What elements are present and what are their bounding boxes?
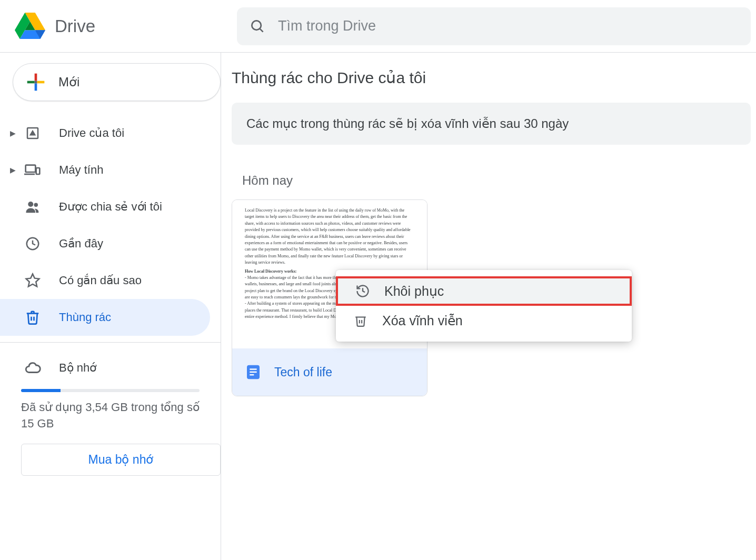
sidebar: Mới ▶ Drive của tôi ▶ Máy tính: [0, 53, 221, 560]
trash-info-banner: Các mục trong thùng rác sẽ bị xóa vĩnh v…: [232, 103, 751, 145]
menu-delete-forever[interactable]: Xóa vĩnh viễn: [336, 306, 632, 335]
section-header: Hôm nay: [242, 173, 756, 188]
new-button-label: Mới: [58, 75, 79, 89]
new-button[interactable]: Mới: [13, 63, 221, 101]
devices-icon: [21, 162, 44, 178]
svg-point-10: [28, 202, 33, 207]
svg-rect-2: [35, 74, 37, 81]
svg-rect-4: [35, 83, 37, 91]
page-title: Thùng rác cho Drive của tôi: [232, 53, 756, 103]
clock-icon: [21, 236, 44, 252]
expand-icon[interactable]: ▶: [7, 129, 18, 137]
sidebar-item-storage[interactable]: Bộ nhớ: [0, 351, 221, 385]
svg-rect-5: [27, 81, 35, 84]
docs-icon: [245, 364, 262, 381]
sidebar-item-label: Gần đây: [59, 237, 103, 251]
logo-area[interactable]: Drive: [0, 13, 237, 40]
sidebar-item-starred[interactable]: Có gắn dấu sao: [0, 262, 210, 299]
menu-item-label: Xóa vĩnh viễn: [382, 313, 463, 328]
sidebar-item-shared[interactable]: Được chia sẻ với tôi: [0, 188, 210, 225]
star-icon: [21, 273, 44, 288]
svg-rect-18: [250, 372, 256, 373]
plus-icon: [25, 71, 47, 93]
svg-point-0: [252, 21, 261, 30]
sidebar-item-computers[interactable]: ▶ Máy tính: [0, 152, 210, 188]
sidebar-item-label: Được chia sẻ với tôi: [59, 200, 162, 214]
search-input[interactable]: [278, 18, 738, 34]
sidebar-item-trash[interactable]: Thùng rác: [0, 299, 210, 336]
search-icon: [250, 18, 265, 34]
svg-point-11: [34, 203, 38, 207]
search-bar[interactable]: [237, 7, 751, 45]
context-menu: Khôi phục Xóa vĩnh viễn: [336, 270, 632, 342]
restore-icon: [353, 284, 373, 298]
app-name: Drive: [55, 16, 95, 36]
svg-rect-7: [26, 165, 36, 172]
expand-icon[interactable]: ▶: [7, 166, 18, 174]
sidebar-item-recent[interactable]: Gần đây: [0, 225, 210, 262]
drive-logo-icon: [15, 13, 45, 40]
svg-rect-3: [37, 81, 44, 84]
svg-rect-6: [35, 81, 37, 84]
sidebar-item-my-drive[interactable]: ▶ Drive của tôi: [0, 115, 210, 152]
file-footer: Tech of life: [232, 348, 427, 396]
svg-rect-19: [250, 374, 254, 375]
sidebar-item-label: Drive của tôi: [59, 126, 124, 140]
people-icon: [21, 199, 44, 215]
svg-rect-17: [250, 368, 256, 369]
menu-item-label: Khôi phục: [384, 284, 444, 299]
svg-rect-8: [36, 168, 40, 174]
sidebar-item-label: Máy tính: [59, 163, 103, 177]
menu-restore[interactable]: Khôi phục: [336, 276, 632, 306]
storage-progress: [21, 389, 200, 392]
cloud-icon: [21, 359, 44, 377]
trash-icon: [21, 309, 44, 325]
sidebar-item-label: Thùng rác: [59, 311, 111, 324]
content-area: Thùng rác cho Drive của tôi Các mục tron…: [221, 53, 756, 560]
storage-usage-text: Đã sử dụng 3,54 GB trong tổng số 15 GB: [21, 399, 200, 432]
drive-icon: [21, 125, 44, 141]
buy-storage-button[interactable]: Mua bộ nhớ: [21, 444, 221, 476]
trash-icon: [351, 314, 371, 327]
svg-marker-13: [26, 274, 39, 287]
storage-label: Bộ nhớ: [59, 361, 96, 375]
svg-line-1: [260, 28, 263, 32]
file-name: Tech of life: [274, 365, 332, 379]
sidebar-item-label: Có gắn dấu sao: [59, 274, 142, 287]
divider: [0, 342, 221, 343]
